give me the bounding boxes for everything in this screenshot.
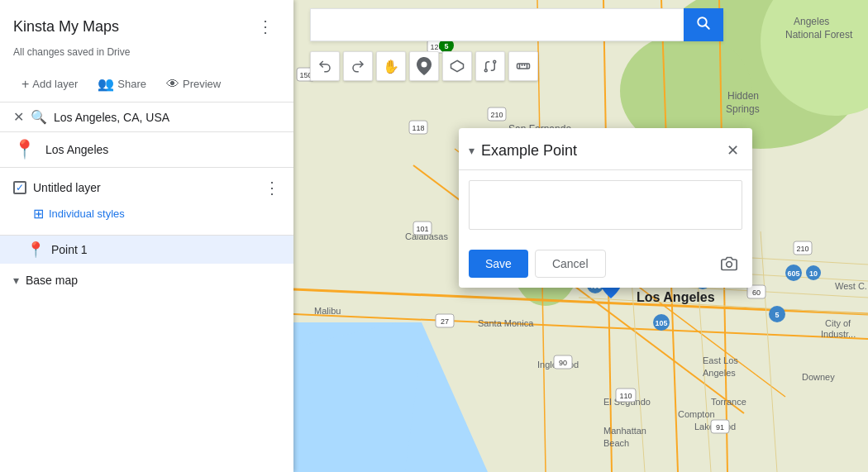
preview-icon: 👁 xyxy=(166,77,179,92)
add-pin-button[interactable] xyxy=(409,51,439,81)
preview-label: Preview xyxy=(183,78,221,90)
more-options-icon[interactable]: ⋮ xyxy=(250,13,280,40)
popup-collapse-icon[interactable]: ▾ xyxy=(469,144,475,157)
layer-section: ✓ Untitled layer ⋮ ⊞ Individual styles xyxy=(0,168,293,236)
map-search-button[interactable] xyxy=(684,8,723,41)
basemap-row[interactable]: ▾ Base map xyxy=(0,264,293,297)
preview-button[interactable]: 👁 Preview xyxy=(158,72,229,97)
svg-text:Springs: Springs xyxy=(726,103,760,115)
svg-point-98 xyxy=(494,60,496,63)
svg-text:Malibu: Malibu xyxy=(314,306,341,316)
draw-shape-button[interactable] xyxy=(442,51,472,81)
svg-text:91: 91 xyxy=(716,423,724,431)
svg-text:City of: City of xyxy=(825,318,851,328)
point-1-row[interactable]: 📍 Point 1 xyxy=(0,236,293,264)
svg-text:Angeles: Angeles xyxy=(794,16,829,27)
styles-icon: ⊞ xyxy=(33,206,44,222)
svg-text:Los Angeles: Los Angeles xyxy=(637,290,715,304)
popup-description-textarea[interactable] xyxy=(469,180,742,230)
svg-text:105: 105 xyxy=(655,319,667,327)
svg-text:Compton: Compton xyxy=(678,409,715,419)
add-route-button[interactable] xyxy=(475,51,505,81)
svg-text:210: 210 xyxy=(796,245,808,253)
redo-button[interactable] xyxy=(343,51,373,81)
sidebar-toolbar: + Add layer 👥 Share 👁 Preview xyxy=(0,66,293,103)
layer-left: ✓ Untitled layer xyxy=(13,181,101,194)
measure-button[interactable] xyxy=(508,51,538,81)
svg-text:27: 27 xyxy=(441,317,449,326)
share-icon: 👥 xyxy=(98,76,114,92)
undo-button[interactable] xyxy=(310,51,340,81)
popup-close-icon[interactable]: ✕ xyxy=(723,138,742,163)
point-1-label: Point 1 xyxy=(51,243,88,256)
svg-text:118: 118 xyxy=(412,124,424,132)
share-label: Share xyxy=(117,78,146,90)
popup-footer: Save Cancel xyxy=(459,243,752,288)
svg-text:National Forest: National Forest xyxy=(785,29,853,41)
svg-text:Beach: Beach xyxy=(603,438,629,448)
svg-text:605: 605 xyxy=(787,269,799,278)
svg-text:210: 210 xyxy=(490,111,503,119)
popup-header: ▾ ✕ xyxy=(459,128,752,170)
popup-body xyxy=(459,170,752,243)
popup-actions: Save Cancel xyxy=(469,250,606,278)
svg-text:Angeles: Angeles xyxy=(703,368,736,378)
svg-text:Santa Monica: Santa Monica xyxy=(478,318,534,328)
sidebar: Kinsta My Maps ⋮ All changes saved in Dr… xyxy=(0,0,293,472)
svg-text:101: 101 xyxy=(416,225,428,233)
search-query-text: Los Angeles, CA, USA xyxy=(54,111,280,124)
add-photo-button[interactable] xyxy=(716,250,742,277)
svg-point-104 xyxy=(727,262,732,268)
search-icon: 🔍 xyxy=(31,109,47,125)
map-search-input[interactable] xyxy=(310,8,684,41)
svg-marker-4 xyxy=(293,322,422,472)
basemap-label: Base map xyxy=(26,274,78,287)
svg-point-97 xyxy=(484,69,487,72)
svg-text:Torrance: Torrance xyxy=(711,397,746,407)
share-button[interactable]: 👥 Share xyxy=(89,71,155,97)
search-row: ✕ 🔍 Los Angeles, CA, USA xyxy=(0,103,293,132)
map-title: Kinsta My Maps xyxy=(13,18,119,36)
basemap-chevron-icon: ▾ xyxy=(13,274,19,287)
svg-text:5: 5 xyxy=(775,311,779,319)
svg-text:Manhattan: Manhattan xyxy=(603,426,646,436)
svg-text:Downey: Downey xyxy=(802,372,835,382)
close-search-icon[interactable]: ✕ xyxy=(13,109,24,125)
svg-text:10: 10 xyxy=(809,269,818,278)
svg-text:East Los: East Los xyxy=(703,355,738,365)
svg-text:Industr...: Industr... xyxy=(821,329,856,339)
layer-title: Untitled layer xyxy=(33,181,101,194)
svg-text:West C...: West C... xyxy=(835,281,868,291)
pan-button[interactable]: ✋ xyxy=(376,51,406,81)
point-pin-icon: 📍 xyxy=(26,241,45,259)
search-result-label: Los Angeles xyxy=(45,143,108,156)
add-layer-label: Add layer xyxy=(32,78,78,90)
add-layer-icon: + xyxy=(21,77,29,92)
svg-line-94 xyxy=(705,25,709,29)
save-button[interactable]: Save xyxy=(469,250,528,278)
svg-text:60: 60 xyxy=(752,288,761,297)
layer-header: ✓ Untitled layer ⋮ xyxy=(13,178,280,198)
layer-checkbox[interactable]: ✓ xyxy=(13,181,26,194)
cancel-button[interactable]: Cancel xyxy=(535,250,606,278)
popup-title-input[interactable] xyxy=(481,142,717,160)
search-button-icon xyxy=(696,16,711,35)
add-layer-button[interactable]: + Add layer xyxy=(13,72,86,97)
svg-point-95 xyxy=(422,62,427,68)
svg-text:90: 90 xyxy=(559,359,567,367)
svg-marker-96 xyxy=(451,60,464,72)
point-edit-dialog: ▾ ✕ Save Cancel xyxy=(459,128,752,288)
svg-text:Hidden: Hidden xyxy=(727,90,759,102)
layer-more-icon[interactable]: ⋮ xyxy=(264,178,280,198)
search-result-item[interactable]: 📍 Los Angeles xyxy=(0,132,293,168)
map-toolbar: ✋ xyxy=(310,51,538,81)
svg-text:5: 5 xyxy=(444,42,448,50)
svg-text:110: 110 xyxy=(619,392,632,400)
sidebar-header: Kinsta My Maps ⋮ xyxy=(0,0,293,46)
location-pin-icon: 📍 xyxy=(13,139,36,160)
individual-styles-row[interactable]: ⊞ Individual styles xyxy=(13,203,280,225)
top-search-bar xyxy=(310,8,723,41)
saved-status: All changes saved in Drive xyxy=(0,46,293,66)
individual-styles-label: Individual styles xyxy=(49,207,125,220)
